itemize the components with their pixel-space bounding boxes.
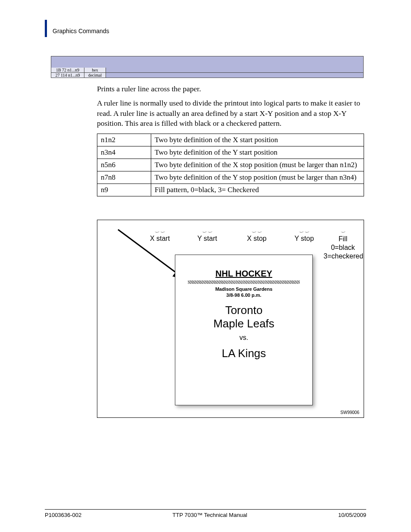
brace-ystart: ︶︶ Y start (186, 229, 229, 243)
section-title: Graphics Commands (53, 28, 109, 34)
param-desc: Two byte definition of the X stop positi… (151, 159, 364, 171)
table-row: n7n8 Two byte definition of the Y stop p… (97, 171, 364, 184)
param-name: n9 (97, 184, 151, 196)
table-row: n1n2 Two byte definition of the X start … (97, 134, 364, 146)
ticket-team1-line2: Maple Leafs (213, 317, 274, 330)
param-desc: Two byte definition of the Y start posit… (151, 146, 364, 159)
command-dec-value: 27 114 n1...n9 (51, 73, 84, 78)
footer-right: 10/05/2009 (338, 512, 366, 518)
figure-label-ystop: Y stop (294, 235, 314, 242)
param-desc: Fill pattern, 0=black, 3= Checkered (151, 184, 364, 196)
table-row: n9 Fill pattern, 0=black, 3= Checkered (97, 184, 364, 196)
param-name: n3n4 (97, 146, 151, 159)
figure-label-xstart: X start (150, 235, 170, 242)
paragraph-2: A ruler line is normally used to divide … (97, 98, 364, 129)
footer-center: TTP 7030™ Technical Manual (172, 512, 247, 518)
command-hex-rest (106, 68, 364, 73)
figure-id: SW99006 (340, 410, 359, 415)
footer-left: P1003636-002 (45, 512, 81, 518)
command-hex-value: 1B 72 n1...n9 (51, 68, 84, 73)
figure-label-xstop: X stop (247, 235, 266, 242)
brace-xstart: ︶︶ X start (138, 229, 181, 243)
table-row: n5n6 Two byte definition of the X stop p… (97, 159, 364, 171)
param-desc: Two byte definition of the Y stop positi… (151, 171, 364, 184)
command-dec-row: 27 114 n1...n9 decimal (51, 73, 364, 78)
command-hex-label: hex (84, 68, 106, 73)
command-hex-row: 1B 72 n1...n9 hex (51, 68, 364, 73)
ticket-sample: NHL HOCKEY Madison Square Gardens 3/8-98… (175, 255, 313, 405)
ticket-venue-name: Madison Square Gardens (215, 286, 273, 292)
ticket-datetime: 3/8-98 6.00 p.m. (226, 292, 261, 298)
brace-fill: ︶ Fill 0=black 3=checkered (324, 229, 362, 261)
figure-label-fill3: 3=checkered (324, 252, 363, 260)
ticket-team1-line1: Toronto (225, 304, 263, 317)
param-desc: Two byte definition of the X start posit… (151, 134, 364, 146)
table-row: n3n4 Two byte definition of the Y start … (97, 146, 364, 159)
page-footer: P1003636-002 TTP 7030™ Technical Manual … (45, 509, 366, 518)
param-name: n5n6 (97, 159, 151, 171)
figure-label-ystart: Y start (197, 235, 217, 242)
ticket-vs: vs. (175, 334, 312, 342)
header-accent-bar (45, 20, 47, 37)
ticket-team2: LA Kings (175, 347, 312, 360)
paragraph-1: Prints a ruler line across the paper. (97, 84, 364, 94)
command-dec-label: decimal (84, 73, 106, 78)
command-spacer-row (51, 56, 364, 68)
command-dec-rest (106, 73, 364, 78)
figure-label-fill1: Fill (339, 235, 347, 243)
param-name: n7n8 (97, 171, 151, 184)
figure-container: ︶︶ X start ︶︶ Y start ︶︶ X stop ︶︶ Y sto… (97, 220, 364, 418)
figure-label-fill2: 0=black (331, 244, 355, 251)
ticket-title: NHL HOCKEY (175, 269, 312, 279)
ticket-venue: Madison Square Gardens 3/8-98 6.00 p.m. (175, 286, 312, 299)
param-name: n1n2 (97, 134, 151, 146)
brace-ystop: ︶︶ Y stop (283, 229, 326, 243)
command-code-block: 1B 72 n1...n9 hex 27 114 n1...n9 decimal (51, 56, 364, 78)
ticket-team1: Toronto Maple Leafs (175, 304, 312, 330)
parameter-table: n1n2 Two byte definition of the X start … (97, 134, 364, 196)
ticket-ruler-line (188, 280, 300, 284)
brace-xstop: ︶︶ X stop (235, 229, 278, 243)
